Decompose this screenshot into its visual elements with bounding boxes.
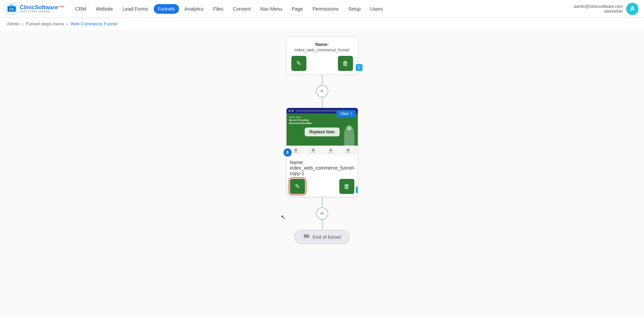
site-mini-card-4 bbox=[340, 147, 357, 155]
funnel-flow: Name: index_web_commerce_funnel ✎ 🗑 i + … bbox=[286, 37, 358, 244]
top-nav: CS ClinicSoftware.com TEN STEPS AHEAD CR… bbox=[0, 0, 644, 18]
funnel-card-2-wrapper: 6 Healthy Smiles bbox=[286, 108, 358, 197]
plus-icon-1: + bbox=[320, 87, 324, 96]
add-step-button-1[interactable]: + bbox=[316, 85, 328, 97]
mini-text-4 bbox=[346, 152, 351, 153]
plus-icon-2: + bbox=[320, 209, 324, 218]
nav-consent[interactable]: Consent bbox=[229, 4, 255, 14]
add-step-button-2[interactable]: + bbox=[316, 207, 328, 220]
nav-lead-forms[interactable]: Lead Forms bbox=[118, 4, 152, 14]
card1-info-badge[interactable]: i bbox=[356, 64, 363, 71]
nav-nav-menu[interactable]: Nav Menu bbox=[256, 4, 286, 14]
logo-text: ClinicSoftware.com TEN STEPS AHEAD bbox=[20, 5, 64, 13]
connector-3 bbox=[322, 197, 323, 207]
replace-overlay[interactable]: Replace item bbox=[304, 127, 339, 136]
trash-icon: 🗑 bbox=[342, 60, 349, 67]
site-dot-1 bbox=[289, 110, 290, 112]
connector-4 bbox=[322, 220, 323, 230]
edit-icon: ✎ bbox=[296, 60, 301, 67]
share-icon: ⤴ bbox=[350, 112, 352, 116]
nav-permissions[interactable]: Permissions bbox=[308, 4, 343, 14]
card1-edit-button[interactable]: ✎ bbox=[291, 56, 306, 71]
user-email: admin@clinicsoftware.com bbox=[574, 4, 623, 9]
flag-icon: 🏁 bbox=[303, 234, 310, 240]
connector-1 bbox=[322, 75, 323, 85]
user-name: alexstefan bbox=[574, 9, 623, 14]
view-label: View bbox=[340, 111, 349, 116]
breadcrumb-current: Web Commerce Funnel bbox=[71, 21, 117, 26]
svg-text:CS: CS bbox=[10, 8, 14, 11]
card2-name: index_web_commerce_funnel-copy-1 bbox=[290, 165, 354, 176]
canvas: Name: index_web_commerce_funnel ✎ 🗑 i + … bbox=[0, 30, 644, 317]
logo-icon: CS bbox=[5, 3, 18, 15]
nav-page[interactable]: Page bbox=[288, 4, 307, 14]
step-badge: 6 bbox=[283, 148, 292, 157]
breadcrumb-admin[interactable]: Admin bbox=[7, 21, 20, 26]
card2-delete-button[interactable]: 🗑 bbox=[339, 179, 354, 194]
site-mini-card-3 bbox=[323, 147, 339, 155]
mini-icon-1 bbox=[294, 149, 297, 151]
nav-website[interactable]: Website bbox=[92, 4, 117, 14]
logo: CS ClinicSoftware.com TEN STEPS AHEAD bbox=[5, 3, 64, 15]
breadcrumb: Admin » Funnel steps menu » Web Commerce… bbox=[0, 18, 644, 30]
card2-info: Name: index_web_commerce_funnel-copy-1 ✎… bbox=[287, 156, 358, 197]
preview-image: Healthy Smiles We are Providing Best and… bbox=[287, 108, 358, 156]
card2-label: Name: bbox=[290, 160, 354, 165]
connector-2 bbox=[322, 97, 323, 108]
svg-rect-2 bbox=[10, 5, 13, 7]
site-dot-2 bbox=[292, 110, 293, 112]
edit-icon-2: ✎ bbox=[295, 183, 300, 190]
avatar[interactable]: A bbox=[626, 3, 639, 15]
nav-files[interactable]: Files bbox=[209, 4, 228, 14]
card1-delete-button[interactable]: 🗑 bbox=[338, 56, 353, 71]
site-person-silhouette bbox=[344, 125, 354, 146]
end-funnel-label: End of funnel bbox=[313, 234, 341, 240]
nav-funnels[interactable]: Funnels bbox=[154, 4, 179, 14]
nav-setup[interactable]: Setup bbox=[344, 4, 365, 14]
view-button[interactable]: View ⤴ bbox=[337, 110, 356, 118]
nav-crm[interactable]: CRM bbox=[71, 4, 90, 14]
card1-buttons: ✎ 🗑 bbox=[291, 56, 353, 71]
user-info: admin@clinicsoftware.com alexstefan bbox=[574, 4, 623, 14]
mini-icon-3 bbox=[329, 149, 332, 151]
mini-text-3 bbox=[328, 152, 333, 153]
user-section: admin@clinicsoftware.com alexstefan A bbox=[574, 3, 639, 15]
mini-icon-4 bbox=[347, 149, 350, 151]
card2-buttons: ✎ 🗑 bbox=[290, 179, 354, 194]
card1-name: index_web_commerce_funnel bbox=[291, 48, 353, 52]
nav-users[interactable]: Users bbox=[366, 4, 387, 14]
card2-edit-button[interactable]: ✎ bbox=[290, 179, 305, 194]
mini-icon-2 bbox=[312, 149, 315, 151]
mini-text-1 bbox=[293, 152, 298, 153]
mini-text-2 bbox=[311, 152, 316, 153]
card2-info-badge[interactable]: i bbox=[356, 186, 358, 193]
site-cards-row bbox=[287, 146, 358, 156]
funnel-card-1: Name: index_web_commerce_funnel ✎ 🗑 i bbox=[286, 37, 358, 75]
cursor-indicator: ↖ bbox=[281, 213, 286, 221]
end-of-funnel: 🏁 End of funnel bbox=[294, 230, 350, 244]
trash-icon-2: 🗑 bbox=[344, 183, 350, 190]
nav-analytics[interactable]: Analytics bbox=[180, 4, 208, 14]
preview-card: Healthy Smiles We are Providing Best and… bbox=[286, 108, 358, 197]
site-mini-card-2 bbox=[305, 147, 322, 155]
card1-label: Name: bbox=[291, 42, 353, 47]
breadcrumb-funnel-steps[interactable]: Funnel steps menu bbox=[26, 21, 64, 26]
